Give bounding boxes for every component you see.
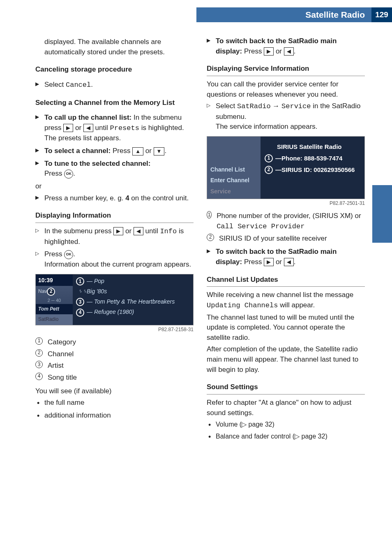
ok-button-icon: OK [64, 250, 73, 259]
step-tune: To tune to the selected channel: Press O… [35, 159, 194, 179]
avail-b2: additional information [35, 411, 194, 421]
figure1-legend: 1Category 2Channel 3Artist 4Song title [35, 337, 194, 383]
figure2-legend: 1Phone number of the provider, (SIRIUS X… [207, 211, 365, 244]
step-select-channel: To select a channel: Press ▲ or ▼. [35, 146, 194, 156]
fig-tompetty: Tom Pett [36, 304, 73, 314]
service-p1: You can call the provider service center… [207, 79, 365, 100]
content-area: displayed. The available channels are au… [35, 36, 365, 541]
dispinfo-step1: In the submenu press ▶ or ◀ until Info i… [35, 226, 194, 247]
page-header: Satellite Radio [196, 7, 392, 22]
service-step: Select SatRadio → Service in the SatRadi… [207, 101, 365, 132]
ok-button-icon: OK [64, 169, 73, 179]
service-title: Displaying Service Information [207, 64, 365, 76]
down-key-icon: ▼ [154, 147, 165, 155]
right-key-icon: ▶ [113, 227, 123, 235]
left-key-icon: ◀ [83, 124, 93, 132]
avail-intro: You will see (if available) [35, 386, 194, 397]
fig-nav: Nav2 [36, 286, 73, 297]
updates-p3: After completion of the update, the Sate… [207, 344, 365, 375]
or-text: or [35, 181, 194, 192]
avail-b1: the full name [35, 398, 194, 408]
figure2-caption: P82.87-2501-31 [207, 200, 365, 207]
left-column: displayed. The available channels are au… [35, 36, 194, 541]
dispinfo-step2: Press OK. Information about the current … [35, 249, 194, 269]
right-key-icon: ▶ [63, 124, 73, 132]
step-number-key: Press a number key, e. g. 4 on the contr… [35, 193, 194, 204]
right-column: To switch back to the SatRadio main disp… [207, 36, 365, 541]
switch-back-2: To switch back to the SatRadio main disp… [207, 247, 365, 267]
fig-satradio: SatRadio [36, 314, 73, 325]
figure1-caption: P82.87-2158-31 [35, 326, 194, 333]
right-key-icon: ▶ [264, 258, 274, 266]
updates-title: Channel List Updates [207, 275, 365, 287]
updates-p1: While receiving a new channel list the m… [207, 290, 365, 311]
side-tab-label: Audio [390, 202, 392, 234]
left-key-icon: ◀ [284, 258, 294, 266]
selecting-title: Selecting a Channel from the Memory List [35, 98, 194, 110]
fig2-channel-list: Channel List [210, 165, 257, 174]
fig-time: 10:39 [36, 274, 73, 286]
page-number: 129 [375, 9, 388, 21]
left-key-icon: ◀ [284, 47, 294, 56]
left-key-icon: ◀ [134, 227, 143, 235]
header-title: Satellite Radio [305, 9, 365, 21]
dispinfo-title: Displaying Information [35, 211, 194, 223]
fig2-service: Service [210, 187, 257, 195]
intro-continuation: displayed. The available channels are au… [35, 37, 194, 57]
sound-balance: Balance and fader control (▷ page 32) [207, 432, 365, 441]
updates-p2: The channel last tuned to will be muted … [207, 313, 365, 343]
fig2-enter-channel: Enter Channel [210, 176, 257, 184]
service-info-figure: Channel List Enter Channel Service SIRIU… [207, 136, 365, 199]
info-display-figure: 10:39 Nav2 2 ─ 40 Tom Pett SatRadio 1— P… [35, 274, 194, 325]
switch-back-1: To switch back to the SatRadio main disp… [207, 36, 365, 56]
sound-title: Sound Settings [207, 382, 365, 395]
step-callup: To call up the channel list: In the subm… [35, 113, 194, 144]
up-key-icon: ▲ [132, 147, 143, 155]
page-number-box: 129 [371, 7, 392, 22]
sound-p1: Refer to chapter "At a glance" on how to… [207, 398, 365, 418]
cancel-title: Canceling storage procedure [35, 65, 194, 77]
sound-volume: Volume (▷ page 32) [207, 420, 365, 429]
right-key-icon: ▶ [264, 47, 274, 56]
cancel-step: Select Cancel. [35, 80, 194, 91]
